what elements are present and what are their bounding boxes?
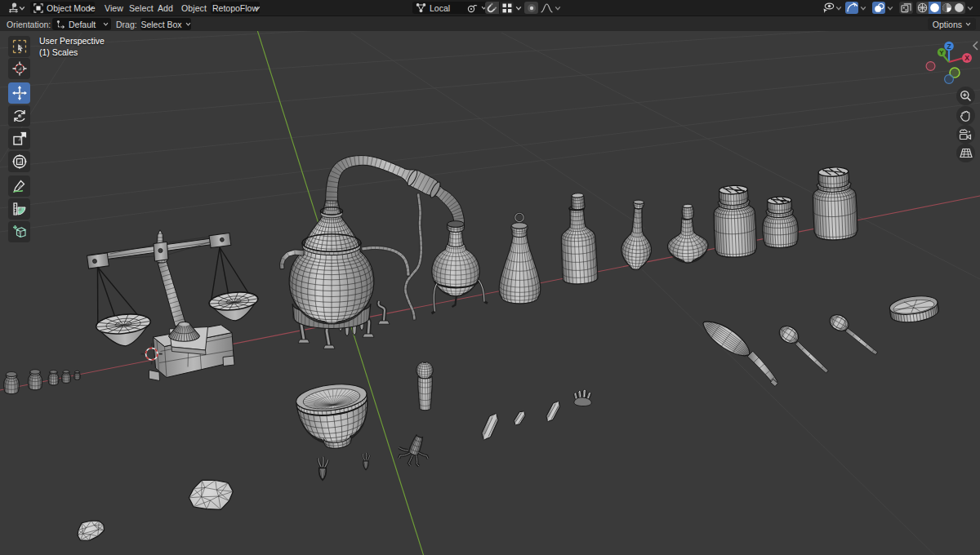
svg-text:X: X (964, 54, 969, 62)
svg-text:Z: Z (947, 42, 951, 51)
svg-text:Y: Y (939, 49, 944, 56)
